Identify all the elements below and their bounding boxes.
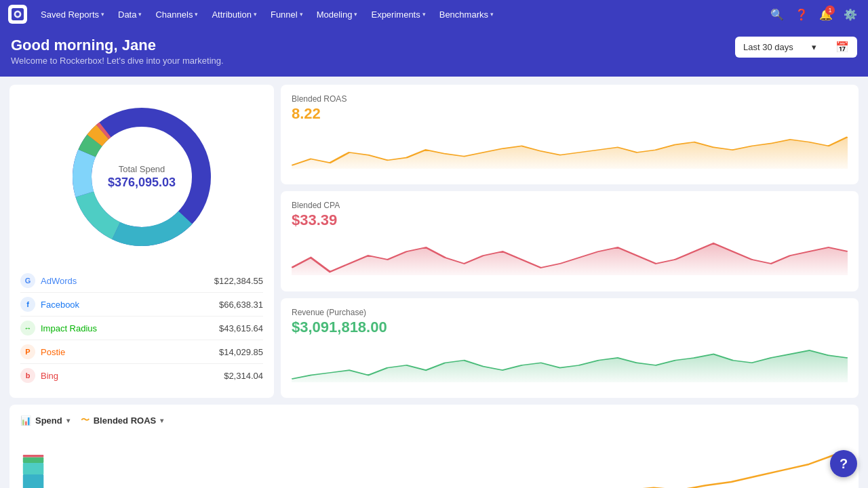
nav-saved-reports[interactable]: Saved Reports ▾	[35, 7, 110, 22]
app-logo	[8, 5, 27, 24]
chevron-down-icon: ▾	[490, 11, 494, 18]
nav-data[interactable]: Data ▾	[113, 7, 147, 22]
search-button[interactable]: 🔍	[768, 5, 787, 24]
page-subtitle: Welcome to Rockerbox! Let's dive into yo…	[11, 56, 224, 66]
notification-badge: 1	[825, 5, 835, 15]
legend-item: b Bing $2,314.04	[20, 364, 263, 387]
mini-chart	[292, 128, 848, 171]
date-range-picker[interactable]: Last 30 days ▾ 📅	[735, 37, 857, 58]
nav-funnel[interactable]: Funnel ▾	[265, 7, 309, 22]
nav-channels[interactable]: Channels ▾	[150, 7, 203, 22]
metric-value: $3,091,818.00	[292, 319, 848, 336]
metric-value: 8.22	[292, 105, 848, 123]
metric-card: Revenue (Purchase) $3,091,818.00	[281, 298, 859, 398]
legend-item: ↔ Impact Radius $43,615.64	[20, 317, 263, 340]
spend-toggle-label: Spend	[35, 415, 62, 426]
mini-chart	[292, 235, 848, 278]
metrics-column: Blended ROAS 8.22 Blended CPA $33.39	[281, 85, 859, 398]
chevron-down-icon: ▾	[101, 11, 104, 18]
metric-card: Blended ROAS 8.22	[281, 85, 859, 184]
spend-toggle[interactable]: 📊 Spend ▾	[20, 415, 70, 426]
svg-rect-18	[23, 457, 44, 463]
settings-button[interactable]: ⚙️	[841, 5, 860, 24]
blended-roas-toggle[interactable]: 〜 Blended ROAS ▾	[81, 414, 163, 426]
chevron-down-icon: ▾	[812, 42, 816, 52]
legend-item: f Facebook $66,638.31	[20, 293, 263, 317]
chevron-down-icon: ▾	[254, 11, 257, 18]
chart-header: 📊 Spend ▾ 〜 Blended ROAS ▾	[20, 414, 848, 426]
chevron-down-icon: ▾	[138, 11, 142, 18]
chevron-down-icon: ▾	[160, 417, 163, 424]
nav-benchmarks[interactable]: Benchmarks ▾	[434, 7, 499, 22]
help-icon-btn[interactable]: ❓	[792, 5, 811, 24]
main-content: Total Spend $376,095.03 G AdWords $122,3…	[0, 77, 868, 488]
metric-card: Blended CPA $33.39	[281, 191, 859, 291]
chevron-down-icon: ▾	[300, 11, 303, 18]
mini-chart	[292, 342, 848, 385]
legend-item: G AdWords $122,384.55	[20, 269, 263, 293]
calendar-icon: 📅	[835, 41, 849, 54]
svg-point-2	[16, 12, 19, 16]
svg-rect-19	[23, 455, 44, 457]
svg-marker-12	[292, 243, 848, 275]
bar-chart	[20, 434, 848, 488]
notification-button[interactable]: 🔔 1	[816, 5, 835, 24]
donut-label: Total Spend	[108, 164, 176, 174]
donut-card: Total Spend $376,095.03 G AdWords $122,3…	[9, 85, 274, 398]
chevron-down-icon: ▾	[195, 11, 198, 18]
chevron-down-icon: ▾	[66, 417, 70, 424]
blended-roas-toggle-label: Blended ROAS	[94, 415, 156, 426]
page-header: Good morning, Jane Welcome to Rockerbox!…	[0, 28, 868, 77]
date-range-label: Last 30 days	[743, 42, 793, 52]
help-button[interactable]: ?	[830, 450, 857, 477]
chevron-down-icon: ▾	[354, 11, 357, 18]
navbar: Saved Reports ▾ Data ▾ Channels ▾ Attrib…	[0, 0, 868, 28]
legend-item: P Postie $14,029.85	[20, 340, 263, 364]
chart-card: 📊 Spend ▾ 〜 Blended ROAS ▾	[9, 405, 859, 488]
metric-label: Blended CPA	[292, 201, 848, 210]
chevron-down-icon: ▾	[422, 11, 426, 18]
nav-modeling[interactable]: Modeling ▾	[311, 7, 363, 22]
metric-value: $33.39	[292, 211, 848, 229]
svg-rect-16	[23, 474, 44, 488]
nav-attribution[interactable]: Attribution ▾	[206, 7, 262, 22]
svg-marker-11	[292, 137, 848, 169]
donut-value: $376,095.03	[108, 176, 176, 190]
top-row: Total Spend $376,095.03 G AdWords $122,3…	[9, 85, 859, 398]
nav-experiments[interactable]: Experiments ▾	[366, 7, 431, 22]
donut-legend: G AdWords $122,384.55 f Facebook $66,638…	[20, 269, 263, 387]
donut-chart: Total Spend $376,095.03	[60, 96, 223, 258]
metric-label: Blended ROAS	[292, 94, 848, 104]
metric-label: Revenue (Purchase)	[292, 308, 848, 317]
svg-rect-17	[23, 463, 44, 474]
page-title: Good morning, Jane	[11, 37, 224, 54]
donut-center: Total Spend $376,095.03	[108, 164, 176, 190]
